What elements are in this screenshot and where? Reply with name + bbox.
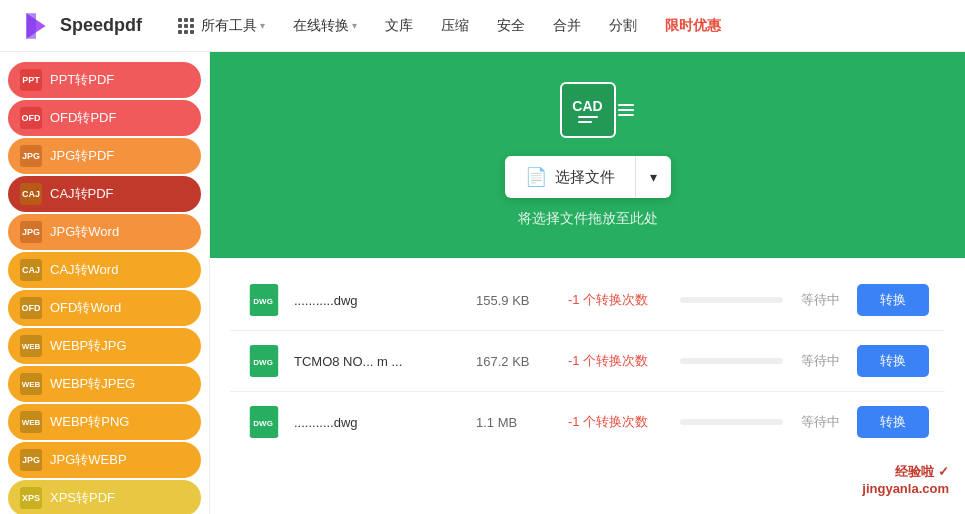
nav-promo[interactable]: 限时优惠 bbox=[653, 11, 733, 41]
file-name-0: ...........dwg bbox=[294, 293, 464, 308]
file-quota-0: -1 个转换次数 bbox=[568, 291, 668, 309]
caj-icon: CAJ bbox=[20, 183, 42, 205]
file-dwg-icon-1: DWG bbox=[246, 343, 282, 379]
nav-split[interactable]: 分割 bbox=[597, 11, 649, 41]
sidebar-item-webp-jpeg[interactable]: WEB WEBP转JPEG bbox=[8, 366, 201, 402]
jpg-word-icon: JPG bbox=[20, 221, 42, 243]
file-progress-1 bbox=[680, 358, 783, 364]
logo-text: Speedpdf bbox=[60, 15, 142, 36]
sidebar-item-jpg-pdf[interactable]: JPG JPG转PDF bbox=[8, 138, 201, 174]
file-select-main[interactable]: 📄 选择文件 bbox=[505, 156, 635, 198]
ofd-word-icon: OFD bbox=[20, 297, 42, 319]
file-row: DWG ...........dwg 1.1 MB -1 个转换次数 等待中 转… bbox=[230, 392, 945, 452]
chevron-down-icon: ▾ bbox=[260, 20, 265, 31]
file-size-0: 155.9 KB bbox=[476, 293, 556, 308]
nav-online-convert[interactable]: 在线转换 ▾ bbox=[281, 11, 369, 41]
grid-icon bbox=[178, 18, 194, 34]
webp-jpg-icon: WEB bbox=[20, 335, 42, 357]
file-dwg-icon-2: DWG bbox=[246, 404, 282, 440]
hamburger-lines bbox=[618, 104, 634, 116]
drop-hint: 将选择文件拖放至此处 bbox=[518, 210, 658, 228]
sidebar-item-jpg-webp[interactable]: JPG JPG转WEBP bbox=[8, 442, 201, 478]
file-status-0: 等待中 bbox=[795, 291, 845, 309]
jpg-icon: JPG bbox=[20, 145, 42, 167]
cad-file-icon: CAD bbox=[560, 82, 616, 138]
file-quota-1: -1 个转换次数 bbox=[568, 352, 668, 370]
caj-word-icon: CAJ bbox=[20, 259, 42, 281]
sidebar: PPT PPT转PDF OFD OFD转PDF JPG JPG转PDF CAJ … bbox=[0, 52, 210, 514]
cad-icon-container: CAD bbox=[560, 82, 616, 138]
file-progress-0 bbox=[680, 297, 783, 303]
webp-png-icon: WEB bbox=[20, 411, 42, 433]
sidebar-item-webp-png[interactable]: WEB WEBP转PNG bbox=[8, 404, 201, 440]
svg-marker-1 bbox=[26, 13, 36, 39]
file-progress-2 bbox=[680, 419, 783, 425]
file-dwg-icon: DWG bbox=[246, 282, 282, 318]
logo-icon bbox=[20, 10, 52, 42]
file-row: DWG TCMO8 NO... m ... 167.2 KB -1 个转换次数 … bbox=[230, 331, 945, 392]
main-content: CAD 📄 选择文件 ▾ bbox=[210, 52, 965, 514]
cad-lines bbox=[578, 116, 598, 123]
convert-button-1[interactable]: 转换 bbox=[857, 345, 929, 377]
logo-area: Speedpdf bbox=[20, 10, 142, 42]
sidebar-item-ofd-pdf[interactable]: OFD OFD转PDF bbox=[8, 100, 201, 136]
file-icon: 📄 bbox=[525, 166, 547, 188]
file-status-1: 等待中 bbox=[795, 352, 845, 370]
chevron-down-icon: ▾ bbox=[352, 20, 357, 31]
svg-text:DWG: DWG bbox=[253, 297, 273, 306]
sidebar-item-caj-pdf[interactable]: CAJ CAJ转PDF bbox=[8, 176, 201, 212]
main-nav: 所有工具 ▾ 在线转换 ▾ 文库 压缩 安全 合并 分割 限时优惠 bbox=[166, 11, 733, 41]
nav-library[interactable]: 文库 bbox=[373, 11, 425, 41]
file-name-1: TCMO8 NO... m ... bbox=[294, 354, 464, 369]
file-list-area: DWG ...........dwg 155.9 KB -1 个转换次数 等待中… bbox=[210, 258, 965, 514]
sidebar-item-ofd-word[interactable]: OFD OFD转Word bbox=[8, 290, 201, 326]
convert-button-2[interactable]: 转换 bbox=[857, 406, 929, 438]
file-select-button[interactable]: 📄 选择文件 ▾ bbox=[505, 156, 671, 198]
svg-text:DWG: DWG bbox=[253, 358, 273, 367]
nav-merge[interactable]: 合并 bbox=[541, 11, 593, 41]
sidebar-item-caj-word[interactable]: CAJ CAJ转Word bbox=[8, 252, 201, 288]
file-quota-2: -1 个转换次数 bbox=[568, 413, 668, 431]
nav-all-tools[interactable]: 所有工具 ▾ bbox=[166, 11, 277, 41]
dropdown-arrow[interactable]: ▾ bbox=[636, 159, 671, 195]
file-status-2: 等待中 bbox=[795, 413, 845, 431]
svg-text:DWG: DWG bbox=[253, 419, 273, 428]
file-size-1: 167.2 KB bbox=[476, 354, 556, 369]
convert-button-0[interactable]: 转换 bbox=[857, 284, 929, 316]
ofd-icon: OFD bbox=[20, 107, 42, 129]
sidebar-item-webp-jpg[interactable]: WEB WEBP转JPG bbox=[8, 328, 201, 364]
xps-icon: XPS bbox=[20, 487, 42, 509]
sidebar-item-jpg-word[interactable]: JPG JPG转Word bbox=[8, 214, 201, 250]
page-layout: PPT PPT转PDF OFD OFD转PDF JPG JPG转PDF CAJ … bbox=[0, 52, 965, 514]
file-row: DWG ...........dwg 155.9 KB -1 个转换次数 等待中… bbox=[230, 270, 945, 331]
ppt-icon: PPT bbox=[20, 69, 42, 91]
file-size-2: 1.1 MB bbox=[476, 415, 556, 430]
nav-security[interactable]: 安全 bbox=[485, 11, 537, 41]
header: Speedpdf 所有工具 ▾ 在线转换 ▾ 文库 压缩 安全 合并 bbox=[0, 0, 965, 52]
webp-jpeg-icon: WEB bbox=[20, 373, 42, 395]
jpg-webp-icon: JPG bbox=[20, 449, 42, 471]
file-name-2: ...........dwg bbox=[294, 415, 464, 430]
sidebar-item-xps-pdf[interactable]: XPS XPS转PDF bbox=[8, 480, 201, 514]
sidebar-item-ppt-pdf[interactable]: PPT PPT转PDF bbox=[8, 62, 201, 98]
nav-compress[interactable]: 压缩 bbox=[429, 11, 481, 41]
upload-area: CAD 📄 选择文件 ▾ bbox=[210, 52, 965, 258]
